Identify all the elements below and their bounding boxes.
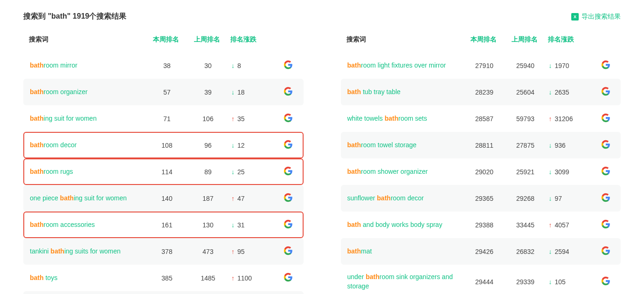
term-link[interactable]: white towels bathroom sets [347,114,464,123]
google-icon[interactable] [284,60,293,69]
term-link[interactable]: bathmat [347,247,464,256]
last-week-value: 106 [187,115,229,123]
google-search-link[interactable] [280,273,297,283]
google-search-link[interactable] [597,276,615,287]
left-table: 搜索词 本周排名 上周排名 排名涨跌 bathroom mirror38308 … [23,35,304,294]
google-search-link[interactable] [280,166,297,177]
google-icon[interactable] [601,219,610,229]
google-icon[interactable] [284,273,293,282]
arrow-down-icon [549,142,552,149]
change-value: 47 [229,195,280,202]
google-icon[interactable] [601,276,610,286]
th-last-week[interactable]: 上周排名 [187,35,228,44]
term-link[interactable]: bath and body works body spray [347,220,464,230]
term-link[interactable]: bathroom towel storage [347,141,464,150]
export-label: 导出搜索结果 [582,13,621,21]
google-icon[interactable] [601,60,610,69]
change-value: 97 [546,195,597,202]
google-icon[interactable] [601,193,610,202]
title-suffix: 个搜索结果 [89,12,126,20]
arrow-up-icon [231,195,235,202]
th-change[interactable]: 排名涨跌 [228,35,279,44]
th-last-week[interactable]: 上周排名 [504,35,545,44]
term-link[interactable]: bath tub tray table [347,88,464,97]
page-title: 搜索到 "bath" 1919个搜索结果 [23,12,126,21]
last-week-value: 25604 [505,89,546,96]
google-icon[interactable] [601,87,610,96]
change-number: 105 [555,278,566,286]
title-mid: " [67,12,73,20]
term-link[interactable]: tankini bathing suits for women [30,247,146,256]
term-link[interactable]: bathroom decor [30,141,146,150]
google-search-link[interactable] [280,140,297,150]
change-number: 95 [237,248,245,255]
google-search-link[interactable] [597,113,615,124]
change-value: 105 [546,278,597,286]
title-count: 1919 [73,12,90,20]
google-search-link[interactable] [597,60,615,71]
last-week-value: 96 [187,142,229,149]
change-value: 2635 [546,89,597,96]
arrow-down-icon [231,221,235,229]
last-week-value: 25921 [505,168,546,176]
google-search-link[interactable] [597,246,615,257]
change-number: 3099 [555,168,569,176]
term-link[interactable]: bathroom shower organizer [347,167,464,177]
term-link[interactable]: bathroom accessories [30,220,146,230]
google-search-link[interactable] [597,193,615,204]
term-link[interactable]: bathroom organizer [30,88,146,97]
google-icon[interactable] [601,166,610,176]
term-link[interactable]: sunflower bathroom decor [347,194,464,203]
term-link[interactable]: bathroom rugs [30,167,146,177]
google-icon[interactable] [284,113,293,123]
google-icon[interactable] [601,113,610,123]
google-search-link[interactable] [280,219,297,230]
google-search-link[interactable] [280,113,297,124]
this-week-value: 114 [146,168,187,176]
google-search-link[interactable] [280,193,297,204]
google-icon[interactable] [284,219,293,229]
google-icon[interactable] [284,193,293,202]
google-icon[interactable] [284,246,293,255]
google-search-link[interactable] [280,246,297,257]
th-change[interactable]: 排名涨跌 [545,35,596,44]
table-row: bathroom rugs1148925 [23,158,304,185]
page-header: 搜索到 "bath" 1919个搜索结果 X 导出搜索结果 [23,12,621,21]
this-week-value: 29444 [464,278,505,286]
th-this-week[interactable]: 本周排名 [145,35,187,44]
th-term: 搜索词 [29,35,145,44]
google-search-link[interactable] [280,60,297,71]
export-results-link[interactable]: X 导出搜索结果 [571,13,621,21]
term-link[interactable]: one piece bathing suit for women [30,194,146,203]
table-row: bathroom organizer573918 [23,79,304,105]
th-this-week[interactable]: 本周排名 [463,35,504,44]
table-header: 搜索词 本周排名 上周排名 排名涨跌 [23,35,304,52]
google-search-link[interactable] [597,87,615,97]
google-search-link[interactable] [597,219,615,230]
right-tbody: bathroom light fixtures over mirror27910… [341,52,621,294]
arrow-up-icon [549,221,552,229]
term-link[interactable]: bathing suit for women [30,114,146,123]
term-link[interactable]: bathroom light fixtures over mirror [347,61,464,70]
arrow-down-icon [231,142,235,149]
google-search-link[interactable] [280,87,297,97]
google-icon[interactable] [601,140,610,149]
change-value: 4057 [546,221,597,229]
term-link[interactable]: bathroom mirror [30,61,146,70]
google-search-link[interactable] [597,166,615,177]
term-link[interactable]: under bathroom sink organizers and stora… [347,273,464,291]
this-week-value: 29020 [464,168,505,176]
google-search-link[interactable] [597,140,615,150]
left-tbody: bathroom mirror38308 bathroom organizer5… [23,52,304,294]
google-icon[interactable] [601,246,610,255]
arrow-down-icon [549,89,552,96]
change-value: 1970 [546,62,597,69]
title-prefix: 搜索到 " [23,12,51,20]
google-icon[interactable] [284,140,293,149]
change-number: 31 [237,221,245,229]
arrow-up-icon [231,115,235,123]
google-icon[interactable] [284,166,293,176]
google-icon[interactable] [284,87,293,96]
term-link[interactable]: bath toys [30,273,146,283]
change-number: 12 [237,142,245,149]
